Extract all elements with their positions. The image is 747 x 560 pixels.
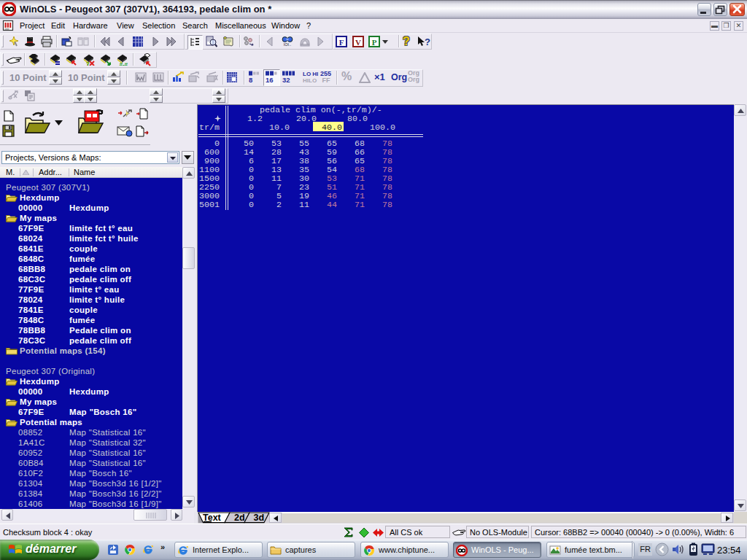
svg-text:?: ? [86,61,90,66]
svg-text:P: P [372,38,377,47]
svg-text:V: V [355,38,361,47]
svg-text:F: F [339,38,344,47]
svg-text:IOI..: IOI.. [284,42,292,47]
svg-text:?: ? [425,36,430,47]
svg-text:#-#: #-# [120,61,128,66]
